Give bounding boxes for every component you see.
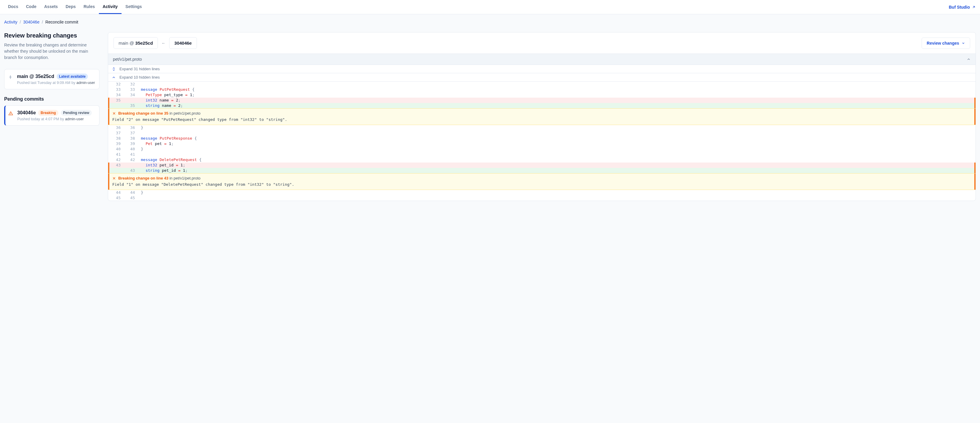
- diff-line: 4141: [108, 152, 975, 157]
- alert-title: Breaking change on line 35: [118, 111, 168, 116]
- line-number-new: 44: [124, 190, 138, 195]
- expand-label: Expand 10 hidden lines: [119, 75, 160, 79]
- diff-block: 3636}37373838message PutPetResponse {393…: [108, 125, 975, 173]
- line-number-old: 35: [109, 98, 124, 103]
- buf-studio-link[interactable]: Buf Studio: [949, 5, 976, 10]
- diff-line: 4040}: [108, 146, 975, 152]
- code-content: [138, 152, 974, 157]
- breaking-change-alert: Breaking change on line 43 in pet/v1/pet…: [108, 173, 975, 190]
- line-number-new: 41: [124, 152, 138, 157]
- diff-line: 35 string name = 2;: [108, 103, 975, 108]
- pending-heading: Pending commits: [4, 97, 100, 102]
- nav-tab-code[interactable]: Code: [22, 0, 40, 14]
- latest-commit-title: main @ 35e25cd: [17, 74, 54, 79]
- alert-message: Field "2" on message "PutPetRequest" cha…: [112, 117, 971, 122]
- expand-label: Expand 31 hidden lines: [119, 67, 160, 71]
- compare-ref-pill[interactable]: 304046e: [169, 37, 197, 49]
- nav-tab-deps[interactable]: Deps: [62, 0, 80, 14]
- expand-lines-button[interactable]: Expand 31 hidden lines: [108, 65, 975, 73]
- code-content: Pet pet = 1;: [138, 141, 974, 146]
- line-number-old: 42: [109, 157, 124, 163]
- diff-line: 3939 Pet pet = 1;: [108, 141, 975, 146]
- line-number-new: 39: [124, 141, 138, 146]
- diff-line: 4242message DeletePetRequest {: [108, 157, 975, 163]
- line-number-old: 40: [109, 146, 124, 152]
- code-content: message DeletePetRequest {: [138, 157, 974, 163]
- line-number-new: 43: [124, 168, 138, 173]
- code-content: PetType pet_type = 1;: [138, 92, 974, 98]
- expand-both-icon: [111, 67, 116, 71]
- line-number-old: 44: [109, 190, 124, 195]
- code-content: message PutPetRequest {: [138, 87, 974, 92]
- breadcrumb-commit[interactable]: 304046e: [23, 20, 40, 24]
- line-number-new: [124, 98, 138, 103]
- latest-badge: Latest available: [57, 73, 88, 79]
- sidebar: Review breaking changes Review the break…: [4, 32, 100, 133]
- page-subtitle: Review the breaking changes and determin…: [4, 42, 100, 61]
- breaking-badge: Breaking: [38, 110, 58, 116]
- review-changes-button[interactable]: Review changes: [922, 38, 970, 49]
- file-path: pet/v1/pet.proto: [113, 57, 142, 62]
- diff-line: 35 int32 name = 2;: [108, 98, 975, 103]
- nav-tab-assets[interactable]: Assets: [40, 0, 62, 14]
- pending-commit-meta: Pushed today at 4:07 PM by admin-user: [17, 117, 95, 121]
- code-content: string pet_id = 1;: [138, 168, 974, 173]
- diff-block: 32323333message PutPetRequest {3434 PetT…: [108, 82, 975, 108]
- line-number-new: 42: [124, 157, 138, 163]
- line-number-old: 43: [109, 163, 124, 168]
- close-icon: [112, 176, 116, 180]
- latest-commit-card[interactable]: main @ 35e25cd Latest available Pushed l…: [4, 69, 100, 89]
- breadcrumb-sep: /: [42, 20, 43, 24]
- line-number-new: 36: [124, 125, 138, 130]
- pending-commit-title: 304046e: [17, 110, 36, 116]
- code-content: }: [138, 125, 974, 130]
- expand-up-icon: [111, 75, 116, 79]
- nav-tabs: DocsCodeAssetsDepsRulesActivitySettings: [4, 0, 146, 14]
- code-content: [138, 130, 974, 136]
- top-nav: DocsCodeAssetsDepsRulesActivitySettings …: [0, 0, 980, 14]
- diff-line: 4444}: [108, 190, 975, 195]
- line-number-new: 40: [124, 146, 138, 152]
- alert-message: Field "1" on message "DeletePetRequest" …: [112, 182, 971, 187]
- diff-line: 3636}: [108, 125, 975, 130]
- alert-file: in pet/v1/pet.proto: [168, 176, 200, 181]
- page-title: Review breaking changes: [4, 32, 100, 39]
- breadcrumb-sep: /: [20, 20, 21, 24]
- line-number-old: 33: [109, 87, 124, 92]
- diff-line: 3838message PutPetResponse {: [108, 136, 975, 141]
- review-changes-label: Review changes: [927, 41, 959, 46]
- code-content: }: [138, 146, 974, 152]
- code-content: int32 name = 2;: [138, 98, 974, 103]
- pending-commit-card[interactable]: 304046e Breaking Pending review Pushed t…: [4, 105, 100, 126]
- buf-studio-label: Buf Studio: [949, 5, 970, 10]
- diff-line: 3232: [108, 82, 975, 87]
- diff-line: 43 string pet_id = 1;: [108, 168, 975, 173]
- collapse-file-button[interactable]: [967, 57, 971, 61]
- close-icon: [112, 112, 116, 115]
- diff-line: 3333message PutPetRequest {: [108, 87, 975, 92]
- main-panel: main @ 35e25cd ← 304046e Review changes …: [108, 32, 976, 201]
- base-ref-pill[interactable]: main @ 35e25cd: [113, 37, 158, 49]
- line-number-new: 45: [124, 195, 138, 201]
- breadcrumb-activity[interactable]: Activity: [4, 20, 17, 24]
- code-content: int32 pet_id = 1;: [138, 163, 974, 168]
- line-number-new: 35: [124, 103, 138, 108]
- breaking-change-alert: Breaking change on line 35 in pet/v1/pet…: [108, 108, 975, 125]
- nav-tab-settings[interactable]: Settings: [121, 0, 146, 14]
- line-number-old: 38: [109, 136, 124, 141]
- arrow-left-icon: ←: [161, 41, 165, 46]
- nav-tab-rules[interactable]: Rules: [80, 0, 99, 14]
- line-number-old: 34: [109, 92, 124, 98]
- file-header: pet/v1/pet.proto: [108, 54, 975, 65]
- nav-tab-docs[interactable]: Docs: [4, 0, 22, 14]
- alert-file: in pet/v1/pet.proto: [168, 111, 200, 116]
- line-number-new: 37: [124, 130, 138, 136]
- warning-icon: [8, 111, 14, 116]
- line-number-old: 45: [109, 195, 124, 201]
- external-link-icon: [972, 5, 976, 9]
- diff-header: main @ 35e25cd ← 304046e Review changes: [108, 32, 975, 54]
- nav-tab-activity[interactable]: Activity: [99, 0, 122, 14]
- breadcrumb-current: Reconcile commit: [45, 20, 78, 24]
- expand-lines-button[interactable]: Expand 10 hidden lines: [108, 73, 975, 82]
- code-content: [138, 82, 974, 87]
